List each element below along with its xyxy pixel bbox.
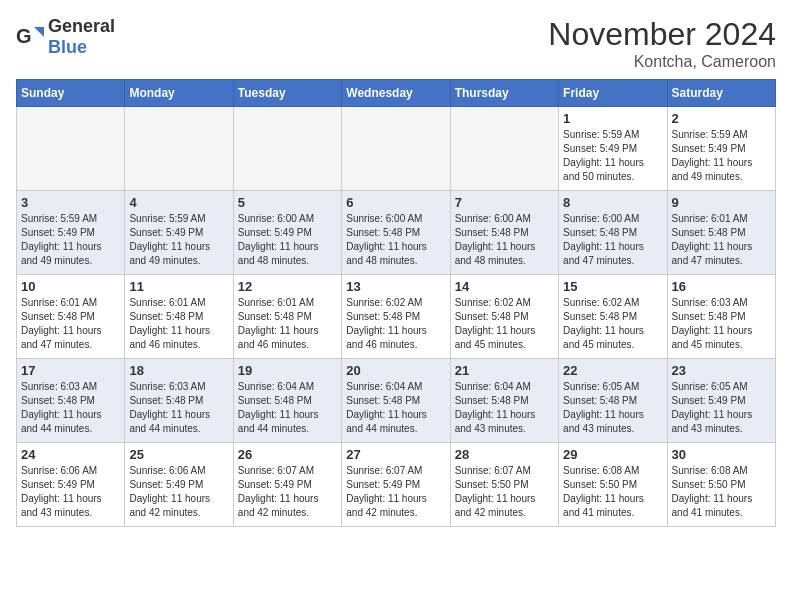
day-number: 21	[455, 363, 554, 378]
day-info: Sunrise: 6:00 AM Sunset: 5:48 PM Dayligh…	[455, 212, 554, 268]
calendar-week-row: 3Sunrise: 5:59 AM Sunset: 5:49 PM Daylig…	[17, 191, 776, 275]
calendar-cell: 28Sunrise: 6:07 AM Sunset: 5:50 PM Dayli…	[450, 443, 558, 527]
calendar-cell: 15Sunrise: 6:02 AM Sunset: 5:48 PM Dayli…	[559, 275, 667, 359]
calendar-cell: 18Sunrise: 6:03 AM Sunset: 5:48 PM Dayli…	[125, 359, 233, 443]
calendar-cell: 16Sunrise: 6:03 AM Sunset: 5:48 PM Dayli…	[667, 275, 775, 359]
page-header: G General Blue November 2024 Kontcha, Ca…	[16, 16, 776, 71]
day-info: Sunrise: 6:01 AM Sunset: 5:48 PM Dayligh…	[672, 212, 771, 268]
calendar-cell: 7Sunrise: 6:00 AM Sunset: 5:48 PM Daylig…	[450, 191, 558, 275]
day-number: 25	[129, 447, 228, 462]
calendar-cell: 11Sunrise: 6:01 AM Sunset: 5:48 PM Dayli…	[125, 275, 233, 359]
calendar-cell: 12Sunrise: 6:01 AM Sunset: 5:48 PM Dayli…	[233, 275, 341, 359]
calendar-cell: 19Sunrise: 6:04 AM Sunset: 5:48 PM Dayli…	[233, 359, 341, 443]
day-number: 19	[238, 363, 337, 378]
day-info: Sunrise: 6:08 AM Sunset: 5:50 PM Dayligh…	[563, 464, 662, 520]
day-number: 10	[21, 279, 120, 294]
calendar-cell	[233, 107, 341, 191]
calendar-week-row: 1Sunrise: 5:59 AM Sunset: 5:49 PM Daylig…	[17, 107, 776, 191]
day-number: 12	[238, 279, 337, 294]
day-info: Sunrise: 6:02 AM Sunset: 5:48 PM Dayligh…	[455, 296, 554, 352]
day-info: Sunrise: 6:08 AM Sunset: 5:50 PM Dayligh…	[672, 464, 771, 520]
day-number: 4	[129, 195, 228, 210]
day-info: Sunrise: 5:59 AM Sunset: 5:49 PM Dayligh…	[21, 212, 120, 268]
calendar-cell	[125, 107, 233, 191]
day-number: 29	[563, 447, 662, 462]
weekday-header-tuesday: Tuesday	[233, 80, 341, 107]
day-info: Sunrise: 6:07 AM Sunset: 5:49 PM Dayligh…	[238, 464, 337, 520]
day-number: 28	[455, 447, 554, 462]
calendar-cell: 10Sunrise: 6:01 AM Sunset: 5:48 PM Dayli…	[17, 275, 125, 359]
day-info: Sunrise: 6:04 AM Sunset: 5:48 PM Dayligh…	[346, 380, 445, 436]
day-info: Sunrise: 6:03 AM Sunset: 5:48 PM Dayligh…	[21, 380, 120, 436]
day-info: Sunrise: 6:01 AM Sunset: 5:48 PM Dayligh…	[21, 296, 120, 352]
day-number: 3	[21, 195, 120, 210]
day-info: Sunrise: 6:06 AM Sunset: 5:49 PM Dayligh…	[129, 464, 228, 520]
calendar-cell: 1Sunrise: 5:59 AM Sunset: 5:49 PM Daylig…	[559, 107, 667, 191]
calendar-cell	[342, 107, 450, 191]
calendar-header-row: SundayMondayTuesdayWednesdayThursdayFrid…	[17, 80, 776, 107]
day-info: Sunrise: 6:03 AM Sunset: 5:48 PM Dayligh…	[672, 296, 771, 352]
day-info: Sunrise: 6:02 AM Sunset: 5:48 PM Dayligh…	[346, 296, 445, 352]
day-number: 2	[672, 111, 771, 126]
location-title: Kontcha, Cameroon	[548, 53, 776, 71]
day-number: 11	[129, 279, 228, 294]
day-number: 22	[563, 363, 662, 378]
calendar-cell: 13Sunrise: 6:02 AM Sunset: 5:48 PM Dayli…	[342, 275, 450, 359]
title-block: November 2024 Kontcha, Cameroon	[548, 16, 776, 71]
calendar-cell	[17, 107, 125, 191]
day-number: 5	[238, 195, 337, 210]
day-info: Sunrise: 5:59 AM Sunset: 5:49 PM Dayligh…	[672, 128, 771, 184]
weekday-header-sunday: Sunday	[17, 80, 125, 107]
weekday-header-saturday: Saturday	[667, 80, 775, 107]
weekday-header-monday: Monday	[125, 80, 233, 107]
calendar-cell: 3Sunrise: 5:59 AM Sunset: 5:49 PM Daylig…	[17, 191, 125, 275]
day-number: 18	[129, 363, 228, 378]
calendar-cell: 9Sunrise: 6:01 AM Sunset: 5:48 PM Daylig…	[667, 191, 775, 275]
day-number: 20	[346, 363, 445, 378]
weekday-header-friday: Friday	[559, 80, 667, 107]
calendar-cell: 26Sunrise: 6:07 AM Sunset: 5:49 PM Dayli…	[233, 443, 341, 527]
day-info: Sunrise: 6:01 AM Sunset: 5:48 PM Dayligh…	[129, 296, 228, 352]
day-info: Sunrise: 6:05 AM Sunset: 5:48 PM Dayligh…	[563, 380, 662, 436]
calendar-week-row: 17Sunrise: 6:03 AM Sunset: 5:48 PM Dayli…	[17, 359, 776, 443]
day-number: 16	[672, 279, 771, 294]
day-info: Sunrise: 6:02 AM Sunset: 5:48 PM Dayligh…	[563, 296, 662, 352]
day-info: Sunrise: 6:01 AM Sunset: 5:48 PM Dayligh…	[238, 296, 337, 352]
calendar-cell: 2Sunrise: 5:59 AM Sunset: 5:49 PM Daylig…	[667, 107, 775, 191]
logo-icon: G	[16, 23, 44, 51]
day-number: 14	[455, 279, 554, 294]
calendar-week-row: 10Sunrise: 6:01 AM Sunset: 5:48 PM Dayli…	[17, 275, 776, 359]
calendar-cell: 6Sunrise: 6:00 AM Sunset: 5:48 PM Daylig…	[342, 191, 450, 275]
calendar-cell	[450, 107, 558, 191]
svg-marker-1	[34, 27, 44, 37]
logo-blue: Blue	[48, 37, 87, 57]
day-info: Sunrise: 6:00 AM Sunset: 5:49 PM Dayligh…	[238, 212, 337, 268]
day-number: 24	[21, 447, 120, 462]
svg-text:G: G	[16, 25, 32, 47]
calendar-cell: 30Sunrise: 6:08 AM Sunset: 5:50 PM Dayli…	[667, 443, 775, 527]
day-info: Sunrise: 6:00 AM Sunset: 5:48 PM Dayligh…	[346, 212, 445, 268]
calendar-cell: 24Sunrise: 6:06 AM Sunset: 5:49 PM Dayli…	[17, 443, 125, 527]
calendar-cell: 29Sunrise: 6:08 AM Sunset: 5:50 PM Dayli…	[559, 443, 667, 527]
day-info: Sunrise: 6:00 AM Sunset: 5:48 PM Dayligh…	[563, 212, 662, 268]
day-number: 9	[672, 195, 771, 210]
calendar-cell: 22Sunrise: 6:05 AM Sunset: 5:48 PM Dayli…	[559, 359, 667, 443]
day-number: 17	[21, 363, 120, 378]
day-info: Sunrise: 5:59 AM Sunset: 5:49 PM Dayligh…	[563, 128, 662, 184]
day-info: Sunrise: 6:07 AM Sunset: 5:49 PM Dayligh…	[346, 464, 445, 520]
calendar-table: SundayMondayTuesdayWednesdayThursdayFrid…	[16, 79, 776, 527]
day-number: 15	[563, 279, 662, 294]
calendar-week-row: 24Sunrise: 6:06 AM Sunset: 5:49 PM Dayli…	[17, 443, 776, 527]
day-number: 1	[563, 111, 662, 126]
day-info: Sunrise: 6:04 AM Sunset: 5:48 PM Dayligh…	[238, 380, 337, 436]
day-info: Sunrise: 5:59 AM Sunset: 5:49 PM Dayligh…	[129, 212, 228, 268]
day-info: Sunrise: 6:07 AM Sunset: 5:50 PM Dayligh…	[455, 464, 554, 520]
day-number: 6	[346, 195, 445, 210]
calendar-cell: 23Sunrise: 6:05 AM Sunset: 5:49 PM Dayli…	[667, 359, 775, 443]
logo-general: General	[48, 16, 115, 36]
day-number: 26	[238, 447, 337, 462]
day-number: 27	[346, 447, 445, 462]
calendar-cell: 14Sunrise: 6:02 AM Sunset: 5:48 PM Dayli…	[450, 275, 558, 359]
month-title: November 2024	[548, 16, 776, 53]
weekday-header-wednesday: Wednesday	[342, 80, 450, 107]
